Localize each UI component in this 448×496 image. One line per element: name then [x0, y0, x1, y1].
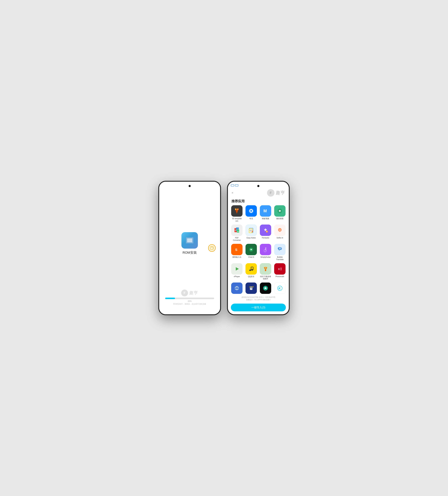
app-icon-aosoftcap [274, 205, 285, 217]
rom-install-section: ROM安装 [181, 232, 198, 255]
bubble-icon [276, 246, 283, 253]
right-phone: × F 趣亨 推荐应用 [227, 181, 290, 315]
app-label-aosoftcap: 傲软抠图 [276, 217, 284, 220]
app-item-nplayer[interactable]: nPlayer [230, 263, 243, 280]
svg-point-25 [279, 230, 280, 230]
app-item-wukong[interactable]: 悟空下载器增强插件 [259, 263, 272, 280]
app-label-wukong: 悟空下载器增强插件 [260, 276, 271, 280]
footer-note: 虚拟机内还没有APP哦~先导入一些常用APP吧 温馨提示：导入APP不消耗流量'… [228, 294, 289, 302]
svg-point-39 [249, 269, 251, 271]
header-brand: 趣亨 [276, 190, 285, 196]
svg-point-59 [251, 289, 252, 289]
rom-title: ROM安装 [182, 250, 197, 255]
pdf-icon: PDF DOC XLS [233, 227, 240, 234]
app-icon-chatgpt [260, 282, 271, 294]
app-label-chat-ai: Chat AI [248, 256, 254, 259]
progress-note: ROM安装中，请稍后，此过程不消耗流量 [165, 303, 214, 305]
status-icon-2 [235, 184, 238, 186]
photomath-icon: X ÷ [276, 265, 283, 272]
app-icon-aichuansong [231, 282, 242, 294]
app-label-simply-guitar: SimplyGuitar [260, 256, 271, 259]
update-badge-circle [208, 244, 216, 252]
app-item-photomath[interactable]: X ÷ Photomath [273, 263, 286, 280]
selfie-icon [276, 227, 283, 234]
app-label-photomath: Photomath [276, 276, 284, 278]
svg-point-2 [238, 209, 238, 210]
svg-text:M: M [263, 209, 267, 213]
svg-point-26 [280, 230, 281, 230]
sougou-icon: S [233, 246, 240, 253]
svg-rect-42 [253, 267, 253, 270]
svg-point-46 [266, 268, 266, 268]
svg-rect-41 [251, 267, 251, 270]
camera-dot [189, 185, 191, 187]
app-label-bubble-translate: Bubble Translate [274, 256, 286, 261]
app-item-selfie-ai[interactable]: Selfie AI [273, 225, 286, 241]
app-icon-mayivideo: M [260, 205, 271, 217]
app-icon-selfie-ai [274, 225, 285, 236]
arrows-icon [233, 285, 240, 292]
app-item-3d-template[interactable]: 3D template xx1 [230, 205, 243, 222]
svg-text:S: S [235, 248, 238, 251]
footer-line2: 温馨提示：导入APP不消耗流量'o' [231, 298, 285, 301]
svg-point-47 [264, 267, 265, 268]
wukong-icon [262, 265, 269, 272]
app-item-bubble-translate[interactable]: Bubble Translate [273, 244, 286, 261]
app-item-aichuansong[interactable]: 爱传送 [230, 282, 243, 294]
qq-music-icon [248, 265, 255, 272]
app-label-qq-music: QQ音乐 [248, 276, 254, 278]
app-item-easy-notes[interactable]: Easy Notes [245, 225, 258, 241]
app-item-mayivideo[interactable]: M 蚂蚁视频 [259, 205, 272, 222]
progress-percent: 20% [165, 300, 214, 302]
app-item-sougou[interactable]: S 搜狗输入法 [230, 244, 243, 261]
chat-ai-icon [248, 246, 255, 253]
app-icon-wukong [260, 263, 271, 275]
watermark-brand: 趣亨 [189, 290, 198, 296]
pentastic-icon [262, 227, 269, 234]
app-icon-easy-notes [245, 225, 257, 236]
app-item-qq-music[interactable]: QQ音乐 [245, 263, 258, 280]
app-item-simply-guitar[interactable]: SimplyGuitar [259, 244, 272, 261]
app-item-kudog[interactable]: K 酷狗概念版 [273, 282, 286, 294]
left-phone: ROM安装 F 趣亨 20% ROM安装中，请稍后，此过程不消耗流量 [158, 181, 221, 315]
left-screen: ROM安装 F 趣亨 20% ROM安装中，请稍后，此过程不消耗流量 [159, 182, 220, 314]
app-label-pentastic: Pentastic [262, 237, 269, 239]
update-icon [210, 246, 214, 250]
app-label-sougou: 搜狗输入法 [232, 256, 241, 259]
import-button[interactable]: 一键导入(3) [231, 304, 286, 311]
close-button[interactable]: × [231, 191, 233, 195]
app-item-chat-ai[interactable]: Chat AI [245, 244, 258, 261]
section-title: 推荐应用 [228, 198, 289, 205]
svg-point-31 [251, 249, 252, 250]
progress-bar-bg [165, 298, 214, 299]
progress-area: 20% ROM安装中，请稍后，此过程不消耗流量 [165, 298, 214, 305]
mayivideo-icon: M [262, 207, 269, 214]
app-item-pentastic[interactable]: Pentastic [259, 225, 272, 241]
aosoftcap-icon [276, 207, 283, 214]
app-label-mayivideo: 蚂蚁视频 [262, 217, 269, 220]
header-avatar: F [267, 189, 274, 197]
app-icon-3d-template [231, 205, 242, 217]
svg-text:XLS: XLS [237, 231, 239, 232]
app-item-pdf-converter[interactable]: PDF DOC XLS PDF Converter [230, 225, 243, 241]
app-item-kuake[interactable]: 夸克 [245, 205, 258, 222]
app-icon-nplayer [231, 263, 242, 275]
app-header: × F 趣亨 [228, 189, 289, 198]
svg-point-45 [265, 268, 265, 268]
app-icon-pdf-converter: PDF DOC XLS [231, 225, 242, 236]
app-item-chatgpt[interactable]: ChatGPT [259, 282, 272, 294]
rom-icon-screen [187, 238, 192, 242]
kudog-icon: K [277, 285, 283, 292]
app-item-lockstar[interactable]: 12:45 LockStar [245, 282, 258, 294]
app-label-easy-notes: Easy Notes [247, 237, 256, 239]
watermark-left: F 趣亨 [181, 290, 198, 296]
svg-text:X: X [278, 268, 280, 270]
update-badge[interactable] [208, 244, 216, 252]
app-item-aosoftcap[interactable]: 傲软抠图 [273, 205, 286, 222]
lockstar-icon: 12:45 [248, 285, 255, 292]
kuake-icon [248, 207, 255, 214]
svg-text:K: K [279, 287, 281, 290]
camera-dot-right [257, 185, 259, 187]
app-label-nplayer: nPlayer [234, 276, 240, 278]
svg-rect-49 [265, 269, 266, 271]
